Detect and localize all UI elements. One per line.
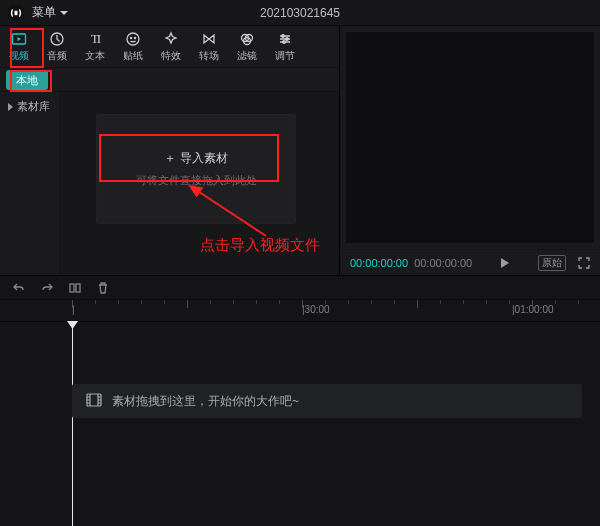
ruler-tick xyxy=(371,300,372,304)
type-tab-label: 转场 xyxy=(199,49,219,63)
ruler-tick xyxy=(394,300,395,304)
svg-point-4 xyxy=(127,33,139,45)
type-tab-label: 特效 xyxy=(161,49,181,63)
app-logo-icon xyxy=(6,3,26,23)
svg-point-11 xyxy=(286,37,289,40)
svg-point-5 xyxy=(130,37,131,38)
sidebar-item-label: 素材库 xyxy=(17,99,50,114)
aspect-ratio-button[interactable]: 原始 xyxy=(538,255,566,271)
text-icon: TI xyxy=(87,31,103,47)
transition-icon xyxy=(201,31,217,47)
title-bar: 菜单 202103021645 xyxy=(0,0,600,26)
preview-controls: 00:00:00:00 00:00:00:00 原始 xyxy=(340,249,600,275)
ruler-tick xyxy=(279,300,280,304)
delete-icon[interactable] xyxy=(96,281,110,295)
ruler-tick xyxy=(578,300,579,304)
ruler-tick xyxy=(256,300,257,304)
svg-point-10 xyxy=(282,34,285,37)
type-tab-label: 贴纸 xyxy=(123,49,143,63)
svg-point-12 xyxy=(283,40,286,43)
type-tab-effect[interactable]: 特效 xyxy=(152,26,190,68)
ruler-tick xyxy=(555,300,556,304)
media-panel: 视频音频TI文本贴纸特效转场滤镜调节 本地 素材库 ＋ 导入素材 可将文件直接拖… xyxy=(0,26,340,275)
source-tab-local[interactable]: 本地 xyxy=(6,70,48,90)
ruler-tick xyxy=(72,300,73,308)
type-tab-label: 文本 xyxy=(85,49,105,63)
fullscreen-icon[interactable] xyxy=(578,257,590,269)
svg-rect-13 xyxy=(70,284,74,292)
timeline-ruler[interactable]: ||30:00|01:00:00 xyxy=(0,300,600,322)
split-icon[interactable] xyxy=(68,281,82,295)
ruler-tick xyxy=(141,300,142,304)
timeline-toolbar xyxy=(0,276,600,300)
svg-point-6 xyxy=(134,37,135,38)
timeline-body[interactable]: 素材拖拽到这里，开始你的大作吧~ xyxy=(0,322,600,526)
ruler-tick xyxy=(440,300,441,304)
audio-icon xyxy=(49,31,65,47)
time-current: 00:00:00:00 xyxy=(350,257,408,269)
sticker-icon xyxy=(125,31,141,47)
timeline-empty-hint: 素材拖拽到这里，开始你的大作吧~ xyxy=(112,393,299,410)
type-tab-video[interactable]: 视频 xyxy=(0,26,38,68)
type-tab-bar: 视频音频TI文本贴纸特效转场滤镜调节 xyxy=(0,26,339,68)
ruler-tick xyxy=(302,300,303,308)
project-title: 202103021645 xyxy=(260,6,340,20)
preview-panel: 00:00:00:00 00:00:00:00 原始 xyxy=(340,26,600,275)
type-tab-label: 调节 xyxy=(275,49,295,63)
type-tab-text[interactable]: TI文本 xyxy=(76,26,114,68)
media-content: ＋ 导入素材 可将文件直接拖入到此处 xyxy=(60,92,339,275)
sidebar-item-library[interactable]: 素材库 xyxy=(0,92,59,121)
chevron-down-icon xyxy=(60,11,68,15)
top-panels: 视频音频TI文本贴纸特效转场滤镜调节 本地 素材库 ＋ 导入素材 可将文件直接拖… xyxy=(0,26,600,276)
ruler-label: |30:00 xyxy=(302,304,330,315)
video-icon xyxy=(11,31,27,47)
ruler-tick xyxy=(118,300,119,304)
media-sidebar: 素材库 xyxy=(0,92,60,275)
menu-label: 菜单 xyxy=(32,4,56,21)
ruler-tick xyxy=(463,300,464,304)
type-tab-label: 视频 xyxy=(9,49,29,63)
preview-timecode: 00:00:00:00 00:00:00:00 xyxy=(350,257,472,269)
film-icon xyxy=(86,393,102,410)
triangle-right-icon xyxy=(8,103,13,111)
menu-button[interactable]: 菜单 xyxy=(32,4,68,21)
undo-icon[interactable] xyxy=(12,281,26,295)
svg-rect-1 xyxy=(15,10,18,15)
type-tab-audio[interactable]: 音频 xyxy=(38,26,76,68)
ruler-tick xyxy=(532,300,533,308)
svg-rect-14 xyxy=(76,284,80,292)
time-total: 00:00:00:00 xyxy=(414,257,472,269)
media-body: 素材库 ＋ 导入素材 可将文件直接拖入到此处 xyxy=(0,92,339,275)
ruler-tick xyxy=(210,300,211,304)
ruler-tick xyxy=(417,300,418,308)
ruler-tick xyxy=(164,300,165,304)
type-tab-transition[interactable]: 转场 xyxy=(190,26,228,68)
play-button[interactable] xyxy=(501,258,509,268)
source-tab-bar: 本地 xyxy=(0,68,339,92)
timeline-empty-track[interactable]: 素材拖拽到这里，开始你的大作吧~ xyxy=(72,384,582,418)
ruler-tick xyxy=(486,300,487,304)
redo-icon[interactable] xyxy=(40,281,54,295)
type-tab-adjust[interactable]: 调节 xyxy=(266,26,304,68)
import-sub-label: 可将文件直接拖入到此处 xyxy=(136,173,257,188)
playhead[interactable] xyxy=(72,322,73,526)
filter-icon xyxy=(239,31,255,47)
preview-viewport xyxy=(346,32,594,243)
type-tab-sticker[interactable]: 贴纸 xyxy=(114,26,152,68)
ruler-tick xyxy=(233,300,234,304)
ruler-tick xyxy=(187,300,188,308)
type-tab-label: 滤镜 xyxy=(237,49,257,63)
ruler-tick xyxy=(95,300,96,304)
import-main-label: ＋ 导入素材 xyxy=(164,150,227,167)
ruler-tick xyxy=(509,300,510,304)
import-dropzone[interactable]: ＋ 导入素材 可将文件直接拖入到此处 xyxy=(96,114,296,224)
plus-icon: ＋ xyxy=(164,151,176,165)
adjust-icon xyxy=(277,31,293,47)
type-tab-filter[interactable]: 滤镜 xyxy=(228,26,266,68)
type-tab-label: 音频 xyxy=(47,49,67,63)
ruler-tick xyxy=(325,300,326,304)
ruler-tick xyxy=(348,300,349,304)
timeline-panel: ||30:00|01:00:00 素材拖拽到这里，开始你的大作吧~ xyxy=(0,276,600,526)
effect-icon xyxy=(163,31,179,47)
